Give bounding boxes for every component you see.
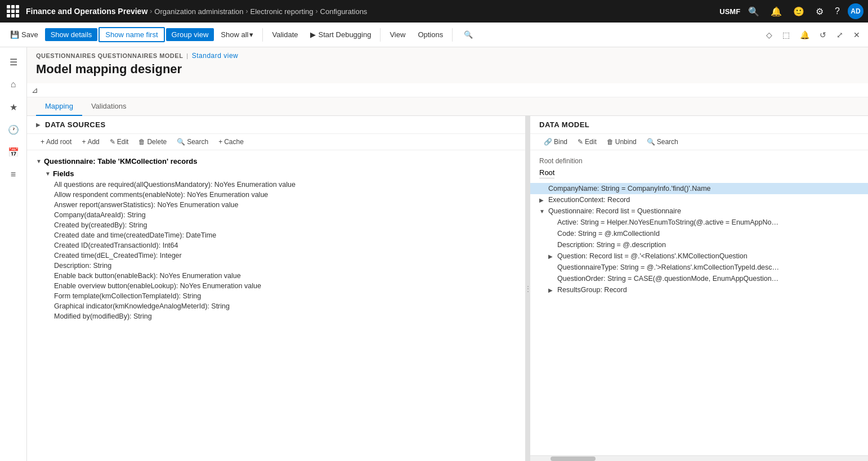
top-navigation: Finance and Operations Preview › Organiz… xyxy=(0,0,868,23)
tab-mapping[interactable]: Mapping xyxy=(36,97,82,116)
sidebar-icon-menu[interactable]: ☰ xyxy=(3,52,24,72)
toolbar-refresh-icon[interactable]: ↺ xyxy=(816,28,830,42)
filter-icon[interactable]: ⊿ xyxy=(32,86,38,95)
toolbar-close-icon[interactable]: ✕ xyxy=(850,28,863,42)
edit-button[interactable]: ✎ Edit xyxy=(105,136,133,147)
list-item[interactable]: Created date and time(createdDateTime): … xyxy=(27,230,525,240)
breadcrumb-configurations[interactable]: Configurations xyxy=(320,7,368,16)
start-debugging-button[interactable]: ▶ Start Debugging xyxy=(305,28,377,41)
list-item[interactable]: Enable back button(enableBack): NoYes En… xyxy=(27,271,525,281)
notifications-button[interactable]: 🔔 xyxy=(767,4,785,19)
dm-item-company-name[interactable]: CompanyName: String = CompanyInfo.'find(… xyxy=(530,183,868,194)
list-item[interactable]: All questions are required(allQuestionsM… xyxy=(27,180,525,190)
cache-button[interactable]: + Cache xyxy=(214,136,248,147)
root-def-label: Root definition xyxy=(530,155,868,167)
page-breadcrumb: QUESTIONNAIRES QUESTIONNAIRES MODEL | St… xyxy=(27,47,868,60)
list-item[interactable]: Allow respondent comments(enableNote): N… xyxy=(27,190,525,200)
list-item[interactable]: Form template(kmCollectionTemplateId): S… xyxy=(27,291,525,301)
emoji-button[interactable]: 🙂 xyxy=(790,4,808,19)
settings-button[interactable]: ⚙ xyxy=(812,4,827,19)
breadcrumb-org-admin[interactable]: Organization administration xyxy=(154,7,243,16)
list-item[interactable]: Enable overview button(enableLookup): No… xyxy=(27,281,525,291)
dm-item-question[interactable]: ▶ Question: Record list = @.'<Relations'… xyxy=(530,250,868,262)
datamodel-header: DATA MODEL xyxy=(530,116,868,134)
root-def-value: Root xyxy=(530,167,868,183)
add-icon: + xyxy=(82,138,86,146)
page-title: Model mapping designer xyxy=(36,62,859,77)
dm-item-questionnaire[interactable]: ▼ Questionnaire: Record list = Questionn… xyxy=(530,205,868,217)
show-name-first-button[interactable]: Show name first xyxy=(99,27,164,42)
list-item[interactable]: Graphical indicator(kmKnowledgeAnalogMet… xyxy=(27,301,525,311)
validate-button[interactable]: Validate xyxy=(266,28,303,41)
sidebar-icon-favorites[interactable]: ★ xyxy=(3,97,24,117)
datasources-title: DATA SOURCES xyxy=(45,120,106,129)
page-title-row: Model mapping designer xyxy=(27,60,868,83)
toolbar-expand-icon[interactable]: ⤢ xyxy=(833,28,847,42)
expand-icon-results-group: ▶ xyxy=(548,287,555,293)
search-icon-button[interactable]: 🔍 xyxy=(745,4,763,19)
datamodel-content: Root definition Root CompanyName: String… xyxy=(530,150,868,455)
dm-search-button[interactable]: 🔍 Search xyxy=(642,136,683,147)
tab-validations[interactable]: Validations xyxy=(82,97,136,116)
toolbar-separator-1 xyxy=(262,28,263,42)
app-grid-button[interactable] xyxy=(5,3,21,20)
sidebar-icon-modules[interactable]: ≡ xyxy=(3,164,24,185)
dm-item-results-group[interactable]: ▶ ResultsGroup: Record xyxy=(530,284,868,296)
company-label: USMF xyxy=(719,7,740,16)
dm-item-description[interactable]: Description: String = @.description xyxy=(530,239,868,250)
expand-icon-question: ▶ xyxy=(548,253,555,259)
save-button[interactable]: 💾 Save xyxy=(5,28,44,41)
list-item[interactable]: Description: String xyxy=(27,261,525,271)
list-item[interactable]: Created time(dEL_CreatedTime): Integer xyxy=(27,250,525,261)
help-button[interactable]: ? xyxy=(831,4,843,19)
add-root-button[interactable]: + Add root xyxy=(36,136,76,147)
standard-view-button[interactable]: Standard view xyxy=(192,52,239,60)
unbind-button[interactable]: 🗑 Unbind xyxy=(602,136,641,147)
list-item[interactable]: Modified by(modifiedBy): String xyxy=(27,311,525,321)
sidebar-icon-recent[interactable]: 🕐 xyxy=(3,119,24,140)
show-all-button[interactable]: Show all ▾ xyxy=(215,28,259,41)
sidebar-icon-workspaces[interactable]: 📅 xyxy=(3,142,24,162)
dm-item-active[interactable]: Active: String = Helper.NoYesEnumToStrin… xyxy=(530,217,868,228)
right-pane-datamodel: DATA MODEL 🔗 Bind ✎ Edit 🗑 Unbind xyxy=(530,116,868,461)
expand-icon[interactable]: ▶ xyxy=(36,122,41,128)
horizontal-scrollbar[interactable] xyxy=(530,455,868,461)
view-button[interactable]: View xyxy=(384,28,411,41)
expand-icon-execution-context: ▶ xyxy=(539,197,546,203)
add-button[interactable]: + Add xyxy=(77,136,104,147)
toolbar-notifications-icon[interactable]: 🔔 xyxy=(797,28,813,42)
group-view-button[interactable]: Group view xyxy=(166,28,214,41)
toolbar-right-icon-1[interactable]: ◇ xyxy=(763,28,776,42)
sidebar-icon-home[interactable]: ⌂ xyxy=(3,74,24,95)
list-item[interactable]: Answer report(answerStatistics): NoYes E… xyxy=(27,200,525,210)
split-drag-handle[interactable] xyxy=(526,116,530,461)
datamodel-toolbar: 🔗 Bind ✎ Edit 🗑 Unbind 🔍 Search xyxy=(530,134,868,150)
list-item[interactable]: Company(dataAreaId): String xyxy=(27,210,525,220)
dm-item-questionnaire-type[interactable]: QuestionnaireType: String = @.'>Relation… xyxy=(530,262,868,273)
main-toolbar: 💾 Save Show details Show name first Grou… xyxy=(0,23,868,47)
dm-edit-button[interactable]: ✎ Edit xyxy=(573,136,601,147)
dm-item-question-order[interactable]: QuestionOrder: String = CASE(@.questionM… xyxy=(530,273,868,284)
fields-sub-header[interactable]: ▼ Fields xyxy=(27,168,525,180)
questionnaire-group-header[interactable]: ▼ Questionnaire: Table 'KMCollection' re… xyxy=(27,155,525,168)
toolbar-search-button[interactable]: 🔍 xyxy=(458,28,478,41)
toolbar-right-icon-2[interactable]: ⬚ xyxy=(779,28,793,42)
list-item[interactable]: Created by(createdBy): String xyxy=(27,220,525,230)
user-avatar[interactable]: AD xyxy=(848,3,863,19)
left-sidebar: ☰ ⌂ ★ 🕐 📅 ≡ xyxy=(0,47,27,461)
breadcrumb-electronic-reporting[interactable]: Electronic reporting xyxy=(250,7,314,16)
scrollbar-thumb[interactable] xyxy=(551,456,596,461)
show-details-button[interactable]: Show details xyxy=(45,28,98,41)
top-nav-right: USMF 🔍 🔔 🙂 ⚙ ? AD xyxy=(719,3,863,19)
fields-label: Fields xyxy=(53,169,74,178)
bind-button[interactable]: 🔗 Bind xyxy=(539,136,572,147)
fields-collapse-icon: ▼ xyxy=(45,171,51,177)
search-button[interactable]: 🔍 Search xyxy=(172,136,213,147)
options-button[interactable]: Options xyxy=(412,28,449,41)
dm-item-execution-context[interactable]: ▶ ExecutionContext: Record xyxy=(530,194,868,205)
toolbar-separator-3 xyxy=(452,28,453,42)
dm-edit-icon: ✎ xyxy=(578,138,583,146)
dm-item-code[interactable]: Code: String = @.kmCollectionId xyxy=(530,228,868,239)
list-item[interactable]: Created ID(createdTransactionId): Int64 xyxy=(27,240,525,250)
delete-button[interactable]: 🗑 Delete xyxy=(134,136,171,147)
